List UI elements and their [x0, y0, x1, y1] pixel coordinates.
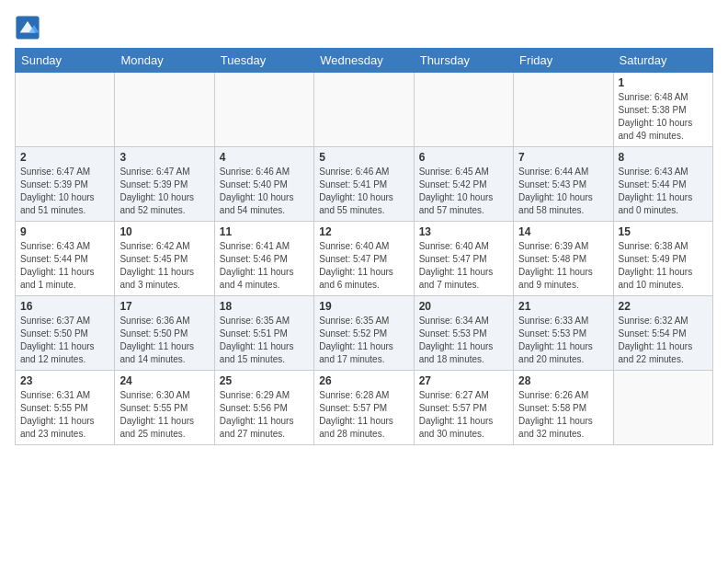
calendar-cell: 14Sunrise: 6:39 AM Sunset: 5:48 PM Dayli… [514, 222, 613, 296]
day-number: 14 [518, 225, 608, 238]
logo [15, 15, 44, 40]
calendar-cell: 6Sunrise: 6:45 AM Sunset: 5:42 PM Daylig… [414, 147, 513, 222]
day-number: 27 [419, 374, 508, 387]
day-info: Sunrise: 6:38 AM Sunset: 5:49 PM Dayligh… [619, 240, 708, 292]
day-number: 16 [20, 300, 109, 313]
calendar-cell: 11Sunrise: 6:41 AM Sunset: 5:46 PM Dayli… [214, 222, 313, 296]
logo-icon [15, 15, 40, 40]
calendar-cell: 25Sunrise: 6:29 AM Sunset: 5:56 PM Dayli… [214, 371, 313, 445]
day-number: 9 [20, 225, 109, 238]
day-info: Sunrise: 6:34 AM Sunset: 5:53 PM Dayligh… [419, 315, 508, 366]
day-info: Sunrise: 6:46 AM Sunset: 5:40 PM Dayligh… [220, 166, 309, 217]
calendar-cell: 26Sunrise: 6:28 AM Sunset: 5:57 PM Dayli… [314, 371, 414, 445]
day-number: 17 [119, 300, 209, 313]
day-number: 1 [619, 76, 708, 89]
day-number: 10 [119, 225, 209, 238]
day-info: Sunrise: 6:43 AM Sunset: 5:44 PM Dayligh… [20, 240, 109, 292]
day-info: Sunrise: 6:31 AM Sunset: 5:55 PM Dayligh… [20, 389, 109, 441]
day-number: 5 [319, 151, 408, 164]
weekday-header-wednesday: Wednesday [314, 49, 414, 73]
day-info: Sunrise: 6:47 AM Sunset: 5:39 PM Dayligh… [119, 166, 209, 217]
calendar-cell: 18Sunrise: 6:35 AM Sunset: 5:51 PM Dayli… [214, 296, 313, 371]
calendar-cell: 1Sunrise: 6:48 AM Sunset: 5:38 PM Daylig… [613, 73, 712, 147]
day-info: Sunrise: 6:37 AM Sunset: 5:50 PM Dayligh… [20, 315, 109, 366]
day-number: 28 [518, 374, 608, 387]
day-info: Sunrise: 6:29 AM Sunset: 5:56 PM Dayligh… [220, 389, 309, 441]
day-number: 25 [220, 374, 309, 387]
calendar-week-row: 23Sunrise: 6:31 AM Sunset: 5:55 PM Dayli… [16, 371, 713, 445]
day-number: 23 [20, 374, 109, 387]
day-info: Sunrise: 6:39 AM Sunset: 5:48 PM Dayligh… [518, 240, 608, 292]
weekday-header-saturday: Saturday [613, 49, 712, 73]
day-info: Sunrise: 6:35 AM Sunset: 5:51 PM Dayligh… [220, 315, 309, 366]
day-number: 6 [419, 151, 508, 164]
calendar-cell: 22Sunrise: 6:32 AM Sunset: 5:54 PM Dayli… [613, 296, 712, 371]
day-number: 11 [220, 225, 309, 238]
calendar-cell: 27Sunrise: 6:27 AM Sunset: 5:57 PM Dayli… [414, 371, 513, 445]
day-number: 3 [119, 151, 209, 164]
day-number: 7 [518, 151, 608, 164]
weekday-header-thursday: Thursday [414, 49, 513, 73]
day-info: Sunrise: 6:41 AM Sunset: 5:46 PM Dayligh… [220, 240, 309, 292]
calendar-cell: 20Sunrise: 6:34 AM Sunset: 5:53 PM Dayli… [414, 296, 513, 371]
day-info: Sunrise: 6:27 AM Sunset: 5:57 PM Dayligh… [419, 389, 508, 441]
day-info: Sunrise: 6:40 AM Sunset: 5:47 PM Dayligh… [319, 240, 408, 292]
calendar-week-row: 16Sunrise: 6:37 AM Sunset: 5:50 PM Dayli… [16, 296, 713, 371]
day-info: Sunrise: 6:42 AM Sunset: 5:45 PM Dayligh… [119, 240, 209, 292]
calendar-cell [514, 73, 613, 147]
day-info: Sunrise: 6:44 AM Sunset: 5:43 PM Dayligh… [518, 166, 608, 217]
day-info: Sunrise: 6:45 AM Sunset: 5:42 PM Dayligh… [419, 166, 508, 217]
calendar-table: SundayMondayTuesdayWednesdayThursdayFrid… [15, 48, 713, 445]
calendar-cell: 28Sunrise: 6:26 AM Sunset: 5:58 PM Dayli… [514, 371, 613, 445]
day-number: 21 [518, 300, 608, 313]
weekday-header-row: SundayMondayTuesdayWednesdayThursdayFrid… [16, 49, 713, 73]
day-info: Sunrise: 6:32 AM Sunset: 5:54 PM Dayligh… [619, 315, 708, 366]
day-info: Sunrise: 6:40 AM Sunset: 5:47 PM Dayligh… [419, 240, 508, 292]
day-info: Sunrise: 6:47 AM Sunset: 5:39 PM Dayligh… [20, 166, 109, 217]
calendar-week-row: 9Sunrise: 6:43 AM Sunset: 5:44 PM Daylig… [16, 222, 713, 296]
day-info: Sunrise: 6:43 AM Sunset: 5:44 PM Dayligh… [619, 166, 708, 217]
weekday-header-friday: Friday [514, 49, 613, 73]
day-info: Sunrise: 6:46 AM Sunset: 5:41 PM Dayligh… [319, 166, 408, 217]
day-info: Sunrise: 6:28 AM Sunset: 5:57 PM Dayligh… [319, 389, 408, 441]
calendar-cell: 17Sunrise: 6:36 AM Sunset: 5:50 PM Dayli… [115, 296, 214, 371]
calendar-cell: 5Sunrise: 6:46 AM Sunset: 5:41 PM Daylig… [314, 147, 414, 222]
calendar-cell [314, 73, 414, 147]
calendar-cell: 21Sunrise: 6:33 AM Sunset: 5:53 PM Dayli… [514, 296, 613, 371]
calendar-cell [214, 73, 313, 147]
day-info: Sunrise: 6:33 AM Sunset: 5:53 PM Dayligh… [518, 315, 608, 366]
calendar-week-row: 1Sunrise: 6:48 AM Sunset: 5:38 PM Daylig… [16, 73, 713, 147]
weekday-header-tuesday: Tuesday [214, 49, 313, 73]
page-header [15, 15, 713, 40]
day-info: Sunrise: 6:36 AM Sunset: 5:50 PM Dayligh… [119, 315, 209, 366]
day-number: 22 [619, 300, 708, 313]
calendar-week-row: 2Sunrise: 6:47 AM Sunset: 5:39 PM Daylig… [16, 147, 713, 222]
weekday-header-monday: Monday [115, 49, 214, 73]
calendar-cell [414, 73, 513, 147]
day-number: 24 [119, 374, 209, 387]
calendar-cell: 4Sunrise: 6:46 AM Sunset: 5:40 PM Daylig… [214, 147, 313, 222]
calendar-cell: 10Sunrise: 6:42 AM Sunset: 5:45 PM Dayli… [115, 222, 214, 296]
calendar-cell: 23Sunrise: 6:31 AM Sunset: 5:55 PM Dayli… [16, 371, 115, 445]
day-number: 4 [220, 151, 309, 164]
calendar-cell: 13Sunrise: 6:40 AM Sunset: 5:47 PM Dayli… [414, 222, 513, 296]
calendar-cell: 3Sunrise: 6:47 AM Sunset: 5:39 PM Daylig… [115, 147, 214, 222]
day-number: 2 [20, 151, 109, 164]
day-info: Sunrise: 6:48 AM Sunset: 5:38 PM Dayligh… [619, 91, 708, 143]
calendar-cell: 15Sunrise: 6:38 AM Sunset: 5:49 PM Dayli… [613, 222, 712, 296]
day-number: 12 [319, 225, 408, 238]
day-number: 18 [220, 300, 309, 313]
day-info: Sunrise: 6:35 AM Sunset: 5:52 PM Dayligh… [319, 315, 408, 366]
day-number: 15 [619, 225, 708, 238]
day-number: 20 [419, 300, 508, 313]
calendar-cell: 8Sunrise: 6:43 AM Sunset: 5:44 PM Daylig… [613, 147, 712, 222]
day-number: 26 [319, 374, 408, 387]
calendar-cell: 12Sunrise: 6:40 AM Sunset: 5:47 PM Dayli… [314, 222, 414, 296]
calendar-cell: 9Sunrise: 6:43 AM Sunset: 5:44 PM Daylig… [16, 222, 115, 296]
day-number: 8 [619, 151, 708, 164]
calendar-cell [16, 73, 115, 147]
day-info: Sunrise: 6:30 AM Sunset: 5:55 PM Dayligh… [119, 389, 209, 441]
weekday-header-sunday: Sunday [16, 49, 115, 73]
calendar-cell: 7Sunrise: 6:44 AM Sunset: 5:43 PM Daylig… [514, 147, 613, 222]
calendar-cell: 2Sunrise: 6:47 AM Sunset: 5:39 PM Daylig… [16, 147, 115, 222]
